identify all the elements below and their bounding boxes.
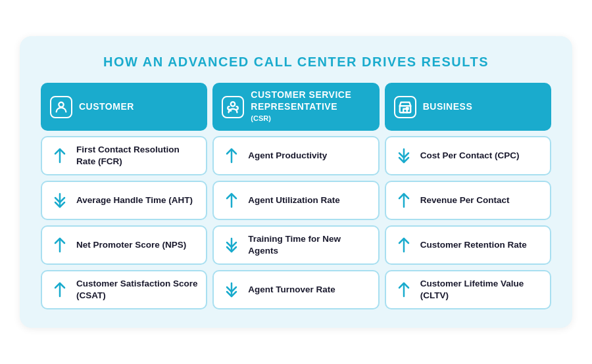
business-header-label: BUSINESS [423,101,473,113]
arrow-double-down-icon [50,191,70,210]
cell-label: Customer Retention Rate [420,239,527,251]
cell-cltv: Customer Lifetime Value (CLTV) [385,270,551,309]
svg-point-0 [59,102,63,106]
arrow-up-icon [50,280,70,300]
col-header-csr: CUSTOMER SERVICE REPRESENTATIVE (CSR) [212,83,379,131]
cell-label: Agent Utilization Rate [248,194,340,206]
page-title: HOW AN ADVANCED CALL CENTER DRIVES RESUL… [41,55,551,70]
cell-label: Average Handle Time (AHT) [76,194,193,206]
cell-label: First Contact Resolution Rate (FCR) [76,144,198,167]
arrow-double-down-icon [222,235,241,255]
arrow-up-icon [394,235,414,255]
cell-agent-turnover: Agent Turnover Rate [212,270,379,309]
cell-cpc: Cost Per Contact (CPC) [385,136,551,175]
cell-label: Customer Satisfaction Score (CSAT) [76,278,198,301]
cell-label: Customer Lifetime Value (CLTV) [420,278,542,301]
customer-icon [50,96,72,118]
arrow-up-icon [394,191,414,210]
cell-csat: Customer Satisfaction Score (CSAT) [41,270,207,309]
cell-agent-productivity: Agent Productivity [212,136,379,175]
cell-fcr: First Contact Resolution Rate (FCR) [41,136,207,175]
cell-agent-utilization: Agent Utilization Rate [212,181,379,220]
main-card: HOW AN ADVANCED CALL CENTER DRIVES RESUL… [20,36,572,328]
cell-aht: Average Handle Time (AHT) [41,181,207,220]
arrow-up-icon [50,146,70,166]
cell-revenue-per-contact: Revenue Per Contact [385,181,551,220]
cell-customer-retention: Customer Retention Rate [385,225,551,265]
arrow-up-icon [394,280,414,300]
cell-nps: Net Promoter Score (NPS) [41,225,207,265]
svg-point-1 [231,102,235,106]
content-grid: CUSTOMER CUSTOMER SERVICE REPRESENTATIVE… [41,83,551,309]
cell-label: Revenue Per Contact [420,194,510,206]
csr-icon [222,96,244,118]
cell-label: Agent Productivity [248,150,327,162]
cell-label: Training Time for New Agents [248,233,370,256]
arrow-up-icon [50,235,70,255]
arrow-up-icon [222,146,241,166]
col-header-business: BUSINESS [385,83,551,131]
arrow-double-down-icon [222,280,241,300]
arrow-up-icon [222,191,241,210]
arrow-double-down-icon [394,146,414,166]
cell-training-time: Training Time for New Agents [212,225,379,265]
cell-label: Agent Turnover Rate [248,284,335,296]
csr-header-label: CUSTOMER SERVICE REPRESENTATIVE (CSR) [251,89,370,124]
business-icon [394,96,416,118]
col-header-customer: CUSTOMER [41,83,207,131]
customer-header-label: CUSTOMER [79,101,134,113]
cell-label: Cost Per Contact (CPC) [420,150,520,162]
cell-label: Net Promoter Score (NPS) [76,239,186,251]
